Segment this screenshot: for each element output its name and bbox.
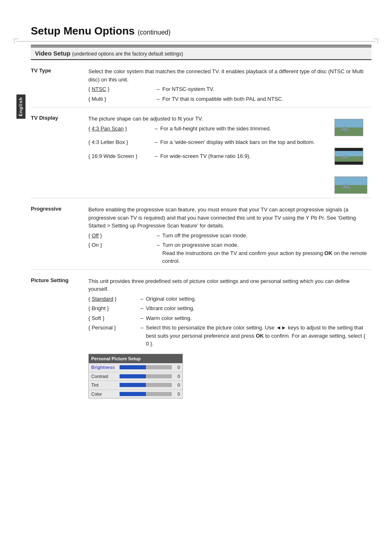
option-row-off: { Off } – Turn off the progressive scan … (88, 232, 367, 240)
tv-display-content: The picture shape can be adjusted to fit… (88, 115, 367, 194)
psr-label-color: Color (91, 391, 118, 398)
option-dash-bright: – (138, 304, 146, 313)
option-row-widescreen: { 16:9 Wide Screen } – For wide-screen T… (88, 152, 330, 160)
option-dash-on: – (154, 241, 162, 249)
option-row-bright: { Bright } – Vibrant color setting. (88, 304, 367, 313)
option-val-off: Turn off the progressive scan mode. (162, 232, 367, 240)
option-row-soft: { Soft } – Warm color setting. (88, 314, 367, 322)
tv-inner-letterbox (335, 151, 363, 162)
tv-inner-pan (335, 119, 363, 136)
option-dash-off: – (154, 232, 162, 240)
page-container: English Setup Menu Options (continued) V… (0, 25, 392, 554)
top-border-line (16, 41, 376, 42)
psr-value-color: 0 (173, 391, 180, 398)
option-dash-multi: – (154, 95, 162, 103)
option-row-ntsc: { NTSC } – For NTSC-system TV. (88, 85, 367, 93)
option-val-letterbox: For a 'wide-screen' display with black b… (160, 138, 330, 146)
main-content: Setup Menu Options (continued) Video Set… (31, 25, 371, 436)
corner-tr (373, 39, 378, 44)
tv-display-description: The picture shape can be adjusted to fit… (88, 115, 330, 123)
tv-display-text: The picture shape can be adjusted to fit… (88, 115, 330, 160)
corner-tl (14, 39, 19, 44)
progressive-description: Before enabling the progressive scan fea… (88, 206, 367, 230)
option-dash-pan: – (152, 125, 160, 133)
section-header: Video Setup (underlined options are the … (31, 46, 371, 60)
psr-bar-fill-contrast (120, 374, 146, 378)
option-val-soft: Warm color setting. (146, 314, 367, 322)
tv-thumb-widescreen (334, 176, 367, 194)
settings-table: TV Type Select the color system that mat… (31, 60, 371, 403)
psr-bar-fill-color (120, 392, 146, 396)
option-dash-ntsc: – (154, 85, 162, 93)
psr-bar-fill-tint (120, 383, 146, 387)
tv-type-description: Select the color system that matches the… (88, 67, 367, 83)
option-key-standard: { Standard } (88, 295, 138, 303)
option-key-pan: { 4:3 Pan Scan } (88, 125, 152, 133)
table-row: Picture Setting This unit provides three… (31, 269, 371, 403)
section-note-text: (underlined options are the factory defa… (72, 51, 183, 57)
tv-display-label: TV Display (31, 107, 88, 198)
option-key-personal: { Personal } (88, 324, 138, 332)
option-key-soft: { Soft } (88, 314, 138, 322)
continued-label: (continued) (138, 29, 171, 36)
tv-thumb-pan (334, 119, 363, 136)
option-key-letterbox: { 4:3 Letter Box } (88, 138, 152, 146)
option-val-pan: For a full-height picture with the sides… (160, 125, 330, 133)
option-key-ntsc: { NTSC } (88, 85, 154, 93)
psr-value-contrast: 0 (173, 373, 180, 380)
option-dash-widescreen: – (152, 152, 160, 160)
option-row-standard: { Standard } – Original color setting. (88, 295, 367, 303)
psr-bar-contrast (120, 374, 172, 378)
option-val-on: Turn on progressive scan mode.Read the i… (162, 241, 367, 265)
table-row: Progressive Before enabling the progress… (31, 198, 371, 270)
option-row-pan: { 4:3 Pan Scan } – For a full-height pic… (88, 125, 330, 133)
option-val-bright: Vibrant color setting. (146, 304, 367, 313)
picture-setting-description: This unit provides three predefined sets… (88, 277, 367, 293)
option-val-standard: Original color setting. (146, 295, 367, 303)
psr-label-tint: Tint (91, 382, 118, 389)
tv-inner-widescreen (335, 177, 367, 193)
option-val-ntsc: For NTSC-system TV. (162, 85, 367, 93)
option-key-on: { On } (88, 241, 154, 249)
psr-bar-tint (120, 383, 172, 387)
tv-type-label: TV Type (31, 60, 88, 107)
personal-setup-row-brightness: Brightness 0 (89, 363, 182, 372)
progressive-desc: Before enabling the progressive scan fea… (88, 198, 371, 270)
personal-setup-row-contrast: Contrast 0 (89, 372, 182, 381)
title-rule (31, 45, 371, 46)
tv-display-images (334, 115, 367, 194)
option-dash-personal: – (138, 324, 146, 332)
psr-bar-color (120, 392, 172, 396)
option-dash-letterbox: – (152, 138, 160, 146)
progressive-label: Progressive (31, 198, 88, 270)
option-row-on: { On } – Turn on progressive scan mode.R… (88, 241, 367, 265)
personal-setup-row-tint: Tint 0 (89, 381, 182, 390)
tv-display-desc: The picture shape can be adjusted to fit… (88, 107, 371, 198)
table-row: TV Type Select the color system that mat… (31, 60, 371, 107)
picture-setting-label: Picture Setting (31, 269, 88, 403)
sidebar-language-label: English (16, 95, 25, 119)
tv-type-desc: Select the color system that matches the… (88, 60, 371, 107)
option-key-off: { Off } (88, 232, 154, 240)
picture-setting-desc: This unit provides three predefined sets… (88, 269, 371, 403)
option-val-multi: For TV that is compatible with both PAL … (162, 95, 367, 103)
tv-inner-letterbox-img (335, 151, 363, 162)
psr-label-contrast: Contrast (91, 373, 118, 380)
option-key-bright: { Bright } (88, 304, 138, 313)
option-val-widescreen: For wide-screen TV (frame ratio 16:9). (160, 152, 330, 160)
psr-bar-brightness (120, 365, 172, 369)
psr-value-tint: 0 (173, 382, 180, 389)
option-key-multi: { Multi } (88, 95, 154, 103)
page-title: Setup Menu Options (continued) (31, 25, 371, 37)
section-title: Video Setup (35, 50, 70, 57)
tv-thumb-letterbox (334, 148, 363, 165)
option-val-personal: Select this to personalize the picture c… (146, 324, 367, 348)
title-text: Setup Menu Options (31, 25, 135, 37)
option-dash-standard: – (138, 295, 146, 303)
option-dash-soft: – (138, 314, 146, 322)
psr-label-brightness: Brightness (91, 364, 118, 371)
option-row-personal: { Personal } – Select this to personaliz… (88, 324, 367, 348)
option-row-multi: { Multi } – For TV that is compatible wi… (88, 95, 367, 103)
personal-setup-title: Personal Picture Setup (89, 354, 182, 364)
option-key-widescreen: { 16:9 Wide Screen } (88, 152, 152, 160)
